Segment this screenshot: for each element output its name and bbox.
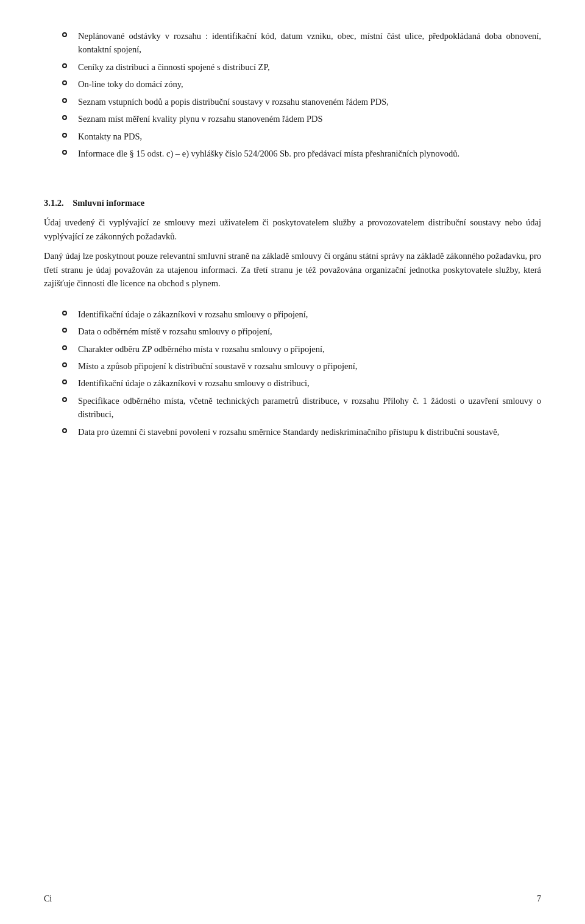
- list-item: Informace dle § 15 odst. c) – e) vyhlášk…: [44, 147, 541, 160]
- list-item-text: Informace dle § 15 odst. c) – e) vyhlášk…: [78, 147, 541, 160]
- ci-text: Ci: [44, 892, 52, 906]
- list-item: Seznam vstupních bodů a popis distribučn…: [44, 95, 541, 108]
- bullet-icon: [62, 311, 67, 316]
- section-title: Smluvní informace: [73, 198, 144, 208]
- bullet-icon: [62, 397, 67, 402]
- bullet-icon: [62, 63, 67, 68]
- bullet-icon: [62, 80, 67, 85]
- bullet-icon: [62, 362, 67, 367]
- list-item-text: Charakter odběru ZP odběrného místa v ro…: [78, 342, 541, 356]
- list-item: Data o odběrném místě v rozsahu smlouvy …: [44, 325, 541, 338]
- list-item: On-line toky do domácí zóny,: [44, 77, 541, 91]
- bullet-icon: [62, 328, 67, 333]
- list-item-text: Data pro územní či stavební povolení v r…: [78, 425, 541, 439]
- bullet-icon: [62, 150, 67, 155]
- list-item-text: Seznam vstupních bodů a popis distribučn…: [78, 95, 541, 108]
- list-item-text: Data o odběrném místě v rozsahu smlouvy …: [78, 325, 541, 338]
- list-item-text: Místo a způsob připojení k distribuční s…: [78, 359, 541, 373]
- list-item: Specifikace odběrného místa, včetně tech…: [44, 394, 541, 421]
- bullet-icon: [62, 379, 67, 384]
- list-item: Kontakty na PDS,: [44, 130, 541, 143]
- bullet-icon: [62, 32, 67, 37]
- bottom-bullet-list: Identifikační údaje o zákazníkovi v rozs…: [44, 308, 541, 439]
- list-item-text: Ceníky za distribuci a činnosti spojené …: [78, 60, 541, 74]
- section-heading-312: 3.1.2. Smluvní informace: [44, 196, 541, 210]
- bullet-icon: [62, 115, 67, 120]
- list-item: Místo a způsob připojení k distribuční s…: [44, 359, 541, 373]
- list-item: Ceníky za distribuci a činnosti spojené …: [44, 60, 541, 74]
- list-item-text: Neplánované odstávky v rozsahu : identif…: [78, 29, 541, 57]
- list-item: Seznam míst měření kvality plynu v rozsa…: [44, 112, 541, 125]
- page-number: 7: [537, 892, 541, 906]
- list-item-text: Identifikační údaje o zákazníkovi v rozs…: [78, 308, 541, 321]
- list-item-text: Specifikace odběrného místa, včetně tech…: [78, 394, 541, 421]
- bullet-icon: [62, 98, 67, 103]
- page-footer: Ci 7: [0, 892, 585, 906]
- section312-para2: Daný údaj lze poskytnout pouze relevantn…: [44, 249, 541, 290]
- list-item: Neplánované odstávky v rozsahu : identif…: [44, 29, 541, 57]
- list-item-text: Seznam míst měření kvality plynu v rozsa…: [78, 112, 541, 125]
- list-item: Data pro územní či stavební povolení v r…: [44, 425, 541, 439]
- bullet-icon: [62, 133, 67, 138]
- list-item-text: On-line toky do domácí zóny,: [78, 77, 541, 91]
- section312-para1: Údaj uvedený či vyplývající ze smlouvy m…: [44, 216, 541, 243]
- section-number: 3.1.2.: [44, 198, 64, 208]
- list-item-text: Identifikační údaje o zákazníkovi v rozs…: [78, 376, 541, 390]
- list-item: Identifikační údaje o zákazníkovi v rozs…: [44, 308, 541, 321]
- list-item: Charakter odběru ZP odběrného místa v ro…: [44, 342, 541, 356]
- bullet-icon: [62, 345, 67, 350]
- list-item: Identifikační údaje o zákazníkovi v rozs…: [44, 376, 541, 390]
- top-bullet-list: Neplánované odstávky v rozsahu : identif…: [44, 29, 541, 161]
- list-item-text: Kontakty na PDS,: [78, 130, 541, 143]
- bullet-icon: [62, 428, 67, 433]
